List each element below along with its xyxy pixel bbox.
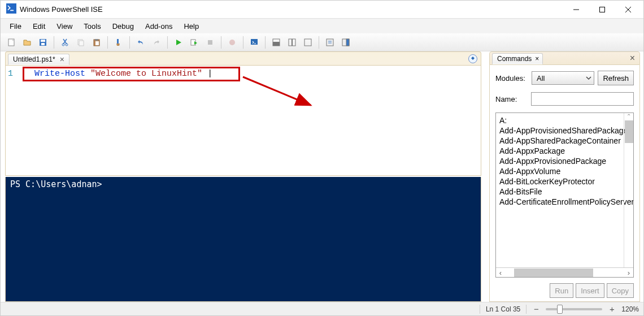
undo-icon[interactable] [133, 35, 148, 50]
menu-view[interactable]: View [51, 20, 78, 32]
editor-tab[interactable]: Untitled1.ps1* × [8, 54, 69, 65]
svg-rect-0 [6, 3, 16, 14]
show-command-addon-icon[interactable] [338, 35, 353, 50]
commands-panel-close-icon[interactable]: × [630, 53, 635, 63]
svg-rect-27 [304, 39, 311, 46]
svg-rect-2 [600, 7, 605, 12]
svg-rect-32 [346, 39, 349, 46]
commands-tab-close-icon[interactable]: × [535, 55, 539, 63]
run-script-icon[interactable] [171, 35, 186, 50]
menu-help[interactable]: Help [178, 20, 204, 32]
cut-icon[interactable] [58, 35, 72, 50]
layout-script-icon[interactable] [301, 35, 315, 50]
svg-rect-17 [95, 41, 99, 45]
run-button[interactable]: Run [550, 283, 573, 298]
layout-side-icon[interactable] [285, 35, 299, 50]
console-pane: PS C:\Users\adnan> [5, 177, 481, 302]
app-icon [3, 3, 20, 15]
breakpoint-icon[interactable] [225, 35, 240, 50]
copy-button[interactable]: Copy [607, 283, 634, 298]
line-number: 1 [8, 69, 19, 79]
svg-rect-23 [273, 39, 280, 42]
list-item[interactable]: Add-CertificateEnrollmentPolicyServer [496, 197, 633, 207]
close-button[interactable] [615, 1, 641, 18]
list-item[interactable]: Add-AppSharedPackageContainer [496, 136, 633, 146]
new-file-icon[interactable] [4, 35, 19, 50]
svg-line-33 [243, 77, 311, 105]
modules-label: Modules: [495, 74, 528, 83]
zoom-in-icon[interactable]: + [608, 304, 616, 314]
workspace: Untitled1.ps1* × 1 Write-Host "Welcome t… [1, 51, 643, 302]
refresh-button[interactable]: Refresh [598, 71, 634, 85]
zoom-level: 120% [621, 305, 639, 313]
paste-icon[interactable] [89, 35, 104, 50]
menu-addons[interactable]: Add-ons [140, 20, 178, 32]
run-selection-icon[interactable] [187, 35, 202, 50]
code-editor[interactable]: 1 Write-Host "Welcome to LinuxHint" | [5, 65, 481, 176]
editor-tabbar: Untitled1.ps1* × [5, 51, 481, 65]
list-item[interactable]: Add-AppxPackage [496, 146, 633, 156]
toolbar [1, 33, 643, 51]
horizontal-scrollbar[interactable]: ‹› [496, 267, 633, 277]
remote-icon[interactable] [247, 35, 262, 50]
list-item[interactable]: Add-BitsFile [496, 187, 633, 197]
commands-panel: Commands × × Modules: All Refresh Name: … [486, 51, 643, 302]
svg-rect-25 [289, 39, 292, 46]
name-label: Name: [495, 95, 528, 103]
tab-close-icon[interactable]: × [59, 55, 66, 63]
svg-point-21 [229, 40, 235, 45]
svg-rect-24 [273, 42, 280, 46]
statusbar: Ln 1 Col 35 − + 120% [1, 302, 643, 315]
console-prompt: PS C:\Users\adnan> [10, 179, 102, 189]
commands-tabbar: Commands × × [489, 51, 640, 65]
list-item[interactable]: Add-BitLockerKeyProtector [496, 176, 633, 187]
left-panel: Untitled1.ps1* × 1 Write-Host "Welcome t… [1, 51, 486, 302]
name-input[interactable] [531, 92, 634, 106]
menu-file[interactable]: File [4, 20, 27, 32]
stop-icon[interactable] [203, 35, 217, 50]
svg-rect-8 [41, 43, 45, 45]
titlebar: Windows PowerShell ISE [1, 1, 643, 19]
copy-icon[interactable] [73, 35, 88, 50]
chevron-down-icon [586, 75, 591, 81]
layout-top-bottom-icon[interactable] [269, 35, 284, 50]
save-icon[interactable] [36, 35, 50, 50]
zoom-out-icon[interactable]: − [532, 304, 540, 314]
window-title: Windows PowerShell ISE [20, 5, 563, 14]
clear-console-icon[interactable] [111, 35, 126, 50]
svg-rect-26 [293, 39, 296, 46]
svg-rect-20 [208, 40, 212, 45]
menu-tools[interactable]: Tools [78, 20, 106, 32]
list-item[interactable]: Add-AppxVolume [496, 166, 633, 176]
list-item[interactable]: Add-AppxProvisionedPackage [496, 156, 633, 166]
console[interactable]: PS C:\Users\adnan> [6, 177, 481, 301]
svg-rect-14 [79, 41, 84, 46]
menubar: File Edit View Tools Debug Add-ons Help [1, 19, 643, 33]
menu-edit[interactable]: Edit [27, 20, 51, 32]
caret-position: Ln 1 Col 35 [486, 305, 520, 313]
svg-rect-16 [95, 39, 98, 41]
show-command-icon[interactable] [323, 35, 337, 50]
svg-rect-18 [117, 39, 119, 44]
maximize-button[interactable] [589, 1, 615, 18]
menu-debug[interactable]: Debug [107, 20, 140, 32]
tab-label: Untitled1.ps1* [13, 55, 55, 63]
modules-dropdown[interactable]: All [532, 71, 594, 85]
zoom-slider[interactable] [546, 308, 602, 310]
modules-value: All [537, 74, 586, 83]
minimize-button[interactable] [563, 1, 589, 18]
list-item[interactable]: A: [496, 115, 633, 125]
zoom-thumb[interactable] [557, 305, 563, 314]
commands-tab-label: Commands [497, 55, 532, 63]
list-item[interactable]: Add-AppProvisionedSharedPackageContainer [496, 125, 633, 136]
vertical-scrollbar[interactable]: ⌃ [624, 113, 633, 267]
expand-script-icon[interactable] [468, 54, 477, 63]
insert-button[interactable]: Insert [576, 283, 604, 298]
commands-tab[interactable]: Commands × [492, 53, 543, 64]
commands-list[interactable]: A: Add-AppProvisionedSharedPackageContai… [496, 113, 633, 267]
redo-icon[interactable] [149, 35, 164, 50]
svg-rect-28 [327, 39, 333, 46]
open-file-icon[interactable] [20, 35, 34, 50]
svg-rect-7 [41, 40, 45, 42]
commands-list-box: A: Add-AppProvisionedSharedPackageContai… [495, 112, 634, 278]
